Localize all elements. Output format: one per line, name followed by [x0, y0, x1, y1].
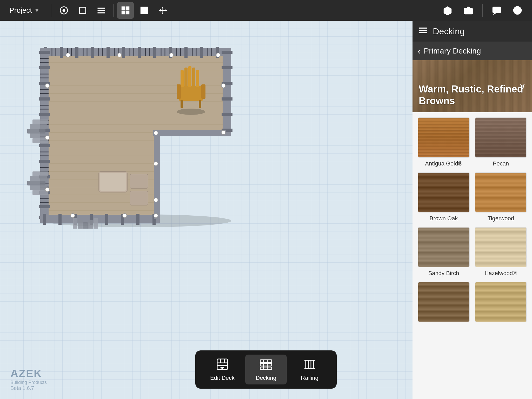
- svg-rect-56: [107, 47, 110, 58]
- svg-rect-17: [160, 10, 165, 11]
- comment-button[interactable]: [488, 2, 505, 19]
- move-tool-button[interactable]: [155, 2, 171, 19]
- svg-rect-199: [419, 28, 427, 29]
- svg-rect-9: [126, 11, 129, 14]
- svg-rect-173: [177, 84, 181, 99]
- project-dropdown-arrow: ▼: [34, 7, 40, 14]
- edit-deck-button[interactable]: Edit Deck: [202, 355, 243, 384]
- svg-rect-145: [30, 185, 47, 190]
- main-toolbar: Project ▼: [0, 0, 532, 21]
- svg-rect-53: [60, 47, 63, 58]
- color-label-sandy-birch: Sandy Birch: [428, 270, 459, 277]
- svg-rect-61: [184, 47, 188, 58]
- color-grid: Antigua Gold® Pecan Brown Oak Tigerwood …: [413, 112, 532, 399]
- svg-rect-136: [154, 131, 160, 219]
- color-row-3: Sandy Birch Hazelwood®: [418, 227, 527, 277]
- svg-rect-144: [27, 181, 45, 185]
- panel-header: Decking: [413, 21, 532, 42]
- color-item-brown-oak[interactable]: Brown Oak: [418, 172, 470, 222]
- color-item-sandy-birch[interactable]: Sandy Birch: [418, 227, 470, 277]
- breadcrumb-text: Primary Decking: [424, 46, 481, 55]
- svg-point-157: [45, 136, 49, 140]
- swatch-hazelwood: [475, 227, 527, 267]
- grid-view-button[interactable]: [117, 2, 134, 19]
- panel-menu-icon[interactable]: [419, 26, 428, 37]
- 3d-box-button[interactable]: [439, 2, 456, 19]
- project-menu[interactable]: Project ▼: [5, 4, 44, 17]
- svg-rect-139: [27, 129, 45, 134]
- svg-rect-185: [220, 359, 221, 363]
- decking-button[interactable]: Decking: [245, 355, 287, 384]
- svg-point-166: [154, 214, 158, 218]
- svg-rect-180: [130, 174, 148, 188]
- svg-rect-11: [142, 9, 146, 12]
- svg-rect-62: [200, 47, 203, 58]
- svg-rect-167: [179, 86, 203, 101]
- svg-rect-181: [130, 191, 148, 205]
- color-item-antigua-gold[interactable]: Antigua Gold®: [418, 117, 470, 167]
- svg-rect-94: [39, 160, 50, 163]
- svg-rect-120: [222, 51, 232, 54]
- svg-rect-169: [184, 68, 188, 87]
- svg-rect-2: [79, 7, 86, 14]
- color-item-partial1[interactable]: [418, 282, 470, 325]
- svg-rect-168: [181, 70, 184, 87]
- svg-rect-172: [196, 70, 199, 87]
- color-item-hazelwood[interactable]: Hazelwood®: [475, 227, 527, 277]
- svg-rect-3: [98, 8, 105, 9]
- breadcrumb-back-icon: ‹: [418, 46, 421, 56]
- color-label-hazelwood: Hazelwood®: [484, 270, 517, 277]
- railing-button[interactable]: Railing: [289, 355, 330, 384]
- frame-view-button[interactable]: [136, 2, 152, 19]
- svg-rect-137: [32, 119, 48, 124]
- canvas-area[interactable]: [0, 21, 413, 399]
- panel-breadcrumb[interactable]: ‹ Primary Decking: [413, 42, 532, 60]
- svg-rect-200: [419, 30, 427, 31]
- svg-rect-119: [223, 48, 231, 136]
- svg-rect-149: [83, 222, 88, 229]
- svg-rect-54: [75, 47, 78, 58]
- svg-point-1: [63, 9, 65, 12]
- edit-deck-label: Edit Deck: [210, 375, 235, 381]
- svg-rect-121: [222, 66, 232, 69]
- toolbar-divider-2: [113, 4, 114, 17]
- color-item-pecan[interactable]: Pecan: [475, 117, 527, 167]
- swatch-tigerwood: [475, 172, 527, 212]
- svg-point-161: [221, 84, 225, 88]
- brand-sub: Building Products: [10, 380, 47, 385]
- circle-mode-button[interactable]: [56, 2, 72, 19]
- railing-label: Railing: [301, 375, 318, 381]
- help-button[interactable]: ?: [509, 2, 526, 19]
- svg-rect-8: [122, 11, 125, 14]
- svg-rect-188: [260, 360, 272, 362]
- svg-point-158: [45, 188, 49, 192]
- decking-icon: [260, 358, 272, 373]
- svg-rect-131: [105, 214, 108, 225]
- toolbar-divider-3: [482, 4, 483, 17]
- svg-rect-87: [39, 51, 50, 54]
- color-item-partial2[interactable]: [475, 282, 527, 325]
- svg-rect-148: [78, 220, 83, 229]
- svg-rect-133: [136, 214, 139, 225]
- svg-point-162: [221, 130, 225, 135]
- svg-point-159: [71, 214, 75, 218]
- swatch-antigua-gold: [418, 117, 470, 158]
- svg-point-156: [45, 84, 49, 88]
- square-mode-button[interactable]: [74, 2, 91, 19]
- svg-point-154: [169, 53, 174, 57]
- svg-rect-147: [73, 218, 77, 229]
- category-banner[interactable]: Warm, Rustic, Refined Browns ∨: [413, 60, 532, 112]
- color-row-1: Antigua Gold® Pecan: [418, 117, 527, 167]
- panel-title: Decking: [433, 26, 465, 36]
- camera-button[interactable]: [460, 2, 477, 19]
- color-item-tigerwood[interactable]: Tigerwood: [475, 172, 527, 222]
- svg-rect-189: [260, 363, 272, 366]
- svg-rect-124: [222, 113, 232, 116]
- svg-rect-97: [39, 205, 50, 208]
- svg-rect-142: [32, 171, 48, 176]
- svg-rect-190: [260, 367, 272, 370]
- svg-point-163: [154, 131, 158, 135]
- list-mode-button[interactable]: [93, 2, 110, 19]
- svg-rect-138: [30, 124, 47, 129]
- svg-rect-88: [39, 66, 50, 69]
